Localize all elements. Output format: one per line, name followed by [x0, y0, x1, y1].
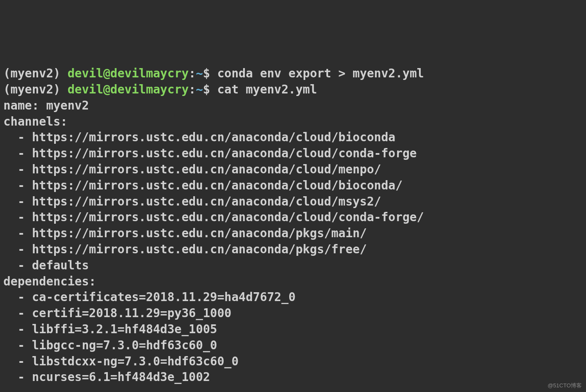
output-text: - https://mirrors.ustc.edu.cn/anaconda/c… [3, 178, 403, 192]
output-text: - https://mirrors.ustc.edu.cn/anaconda/c… [3, 210, 424, 224]
output-line: - https://mirrors.ustc.edu.cn/anaconda/c… [3, 209, 583, 225]
output-line: dependencies: [3, 274, 583, 290]
output-line: - https://mirrors.ustc.edu.cn/anaconda/c… [3, 129, 583, 145]
command-text: cat myenv2.yml [217, 82, 317, 96]
output-line: - certifi=2018.11.29=py36_1000 [3, 305, 583, 321]
output-text: - https://mirrors.ustc.edu.cn/anaconda/c… [3, 162, 381, 176]
output-text: channels: [3, 115, 68, 129]
output-line: - libstdcxx-ng=7.3.0=hdf63c60_0 [3, 354, 583, 370]
output-line: name: myenv2 [3, 98, 583, 114]
output-text: - https://mirrors.ustc.edu.cn/anaconda/c… [3, 195, 381, 208]
output-line: - https://mirrors.ustc.edu.cn/anaconda/c… [3, 145, 583, 162]
prompt-dollar: $ [203, 82, 217, 96]
output-text: - ncurses=6.1=hf484d3e_1002 [3, 370, 210, 384]
output-text: - https://mirrors.ustc.edu.cn/anaconda/c… [3, 130, 395, 144]
output-line: - https://mirrors.ustc.edu.cn/anaconda/p… [3, 241, 583, 258]
output-text: - certifi=2018.11.29=py36_1000 [3, 306, 231, 320]
output-text: - defaults [3, 258, 89, 272]
output-text: - libgcc-ng=7.3.0=hdf63c60_0 [3, 338, 217, 352]
env-label: (myenv2) [3, 82, 68, 96]
user-host: devil@devilmaycry [68, 66, 189, 80]
output-line: - ncurses=6.1=hf484d3e_1002 [3, 369, 583, 385]
output-text: - ca-certificates=2018.11.29=ha4d7672_0 [3, 290, 296, 304]
output-text: name: myenv2 [3, 99, 89, 112]
prompt-colon: : [189, 82, 196, 96]
output-text: - https://mirrors.ustc.edu.cn/anaconda/c… [3, 146, 417, 160]
output-text: dependencies: [3, 274, 96, 288]
output-text: - https://mirrors.ustc.edu.cn/anaconda/p… [3, 242, 367, 256]
output-text: - libffi=3.2.1=hf484d3e_1005 [3, 322, 217, 336]
output-line: - libgcc-ng=7.3.0=hdf63c60_0 [3, 337, 583, 354]
output-line: - https://mirrors.ustc.edu.cn/anaconda/c… [3, 178, 583, 194]
path-label: ~ [196, 82, 203, 96]
output-line: - ca-certificates=2018.11.29=ha4d7672_0 [3, 289, 583, 305]
output-line: - defaults [3, 258, 583, 274]
prompt-line: (myenv2) devil@devilmaycry:~$ conda env … [3, 66, 583, 82]
output-line: - https://mirrors.ustc.edu.cn/anaconda/c… [3, 162, 583, 178]
terminal-output[interactable]: (myenv2) devil@devilmaycry:~$ conda env … [3, 66, 583, 385]
env-label: (myenv2) [3, 66, 68, 80]
output-line: channels: [3, 114, 583, 130]
prompt-dollar: $ [203, 66, 217, 80]
path-label: ~ [196, 66, 203, 80]
prompt-colon: : [189, 66, 196, 80]
output-line: - https://mirrors.ustc.edu.cn/anaconda/p… [3, 225, 583, 241]
watermark-text: @51CTO博客 [548, 382, 582, 389]
prompt-line: (myenv2) devil@devilmaycry:~$ cat myenv2… [3, 82, 583, 98]
command-text: conda env export > myenv2.yml [217, 66, 424, 80]
user-host: devil@devilmaycry [68, 82, 189, 96]
output-line: - https://mirrors.ustc.edu.cn/anaconda/c… [3, 194, 583, 210]
output-text: - https://mirrors.ustc.edu.cn/anaconda/p… [3, 226, 367, 240]
output-text: - libstdcxx-ng=7.3.0=hdf63c60_0 [3, 354, 238, 368]
output-line: - libffi=3.2.1=hf484d3e_1005 [3, 321, 583, 337]
